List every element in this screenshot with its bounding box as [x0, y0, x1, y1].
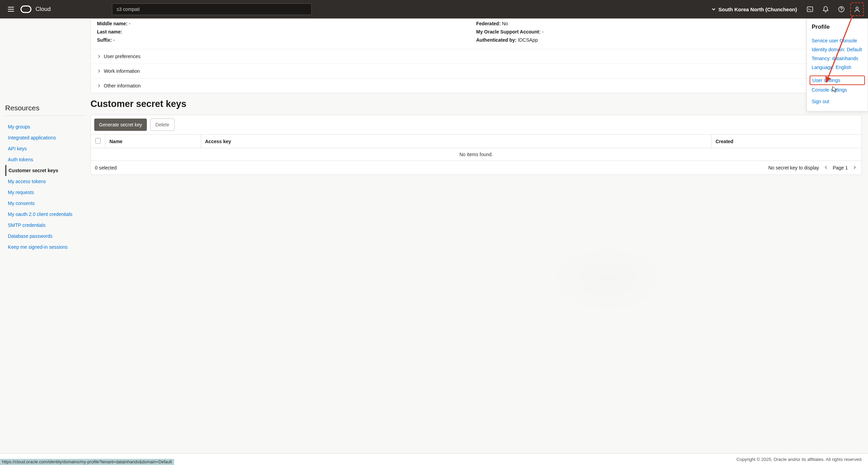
chevron-right-icon	[97, 84, 101, 88]
federated-value: No	[501, 21, 508, 26]
checkbox-icon	[95, 138, 101, 143]
sidebar-item-label: My groups	[8, 124, 30, 129]
top-header: Cloud South Korea North (Chuncheon)	[0, 0, 868, 18]
column-access-key[interactable]: Access key	[201, 135, 711, 148]
accordion-label: Work information	[104, 68, 140, 74]
resources-sidebar: Resources My groupsIntegrated applicatio…	[0, 18, 90, 453]
table-footer-right: No secret key to display Page 1	[768, 164, 857, 171]
chevron-left-icon	[824, 165, 828, 169]
region-text: South Korea North (Chuncheon)	[718, 6, 797, 12]
column-created[interactable]: Created	[711, 135, 862, 148]
profile-link-language[interactable]: Language: English	[812, 63, 863, 71]
select-all-header[interactable]	[91, 135, 105, 148]
svg-point-2	[856, 7, 858, 10]
sidebar-item-label: My access tokens	[8, 179, 46, 184]
accordion-label: Other information	[104, 83, 141, 88]
last-name-row: Last name:	[97, 28, 476, 36]
main-layout: Resources My groupsIntegrated applicatio…	[0, 18, 868, 453]
secret-keys-table: Name Access key Created No items found.	[91, 134, 862, 161]
support-label: My Oracle Support Account:	[476, 29, 541, 35]
help-button[interactable]	[835, 2, 848, 16]
chevron-right-icon	[97, 69, 101, 73]
no-items-text: No secret key to display	[768, 165, 819, 170]
sidebar-item-label: Integrated applications	[8, 135, 56, 140]
user-icon	[854, 6, 860, 13]
column-name[interactable]: Name	[105, 135, 201, 148]
chevron-right-icon	[97, 54, 101, 58]
accordion-other-information[interactable]: Other information	[91, 78, 862, 93]
profile-link-sign-out[interactable]: Sign out	[812, 97, 863, 106]
table-toolbar: Generate secret key Delete	[91, 115, 862, 134]
sidebar-item-database-passwords[interactable]: Database passwords	[5, 231, 85, 242]
sidebar-title: Resources	[5, 98, 85, 116]
user-menu-button[interactable]	[850, 2, 864, 16]
prev-page-button[interactable]	[823, 164, 829, 171]
profile-link-tenancy[interactable]: Tenancy: datainhands	[812, 54, 863, 63]
auth-label: Authenticated by:	[476, 37, 517, 43]
sidebar-item-auth-tokens[interactable]: Auth tokens	[5, 154, 85, 165]
suffix-row: Suffix: -	[97, 36, 476, 44]
notifications-button[interactable]	[819, 2, 832, 16]
page-indicator: Page 1	[833, 165, 848, 170]
sidebar-item-my-groups[interactable]: My groups	[5, 121, 85, 132]
selected-count: 0 selected	[95, 165, 117, 170]
bell-icon	[822, 6, 829, 13]
sidebar-item-my-consents[interactable]: My consents	[5, 198, 85, 209]
user-info-right-col: Federated: No My Oracle Support Account:…	[476, 19, 856, 44]
empty-message: No items found.	[91, 148, 862, 161]
secret-keys-card: Generate secret key Delete Name Access k…	[90, 115, 862, 175]
user-info-left-col: Middle name: - Last name: Suffix: -	[97, 19, 476, 44]
search-input[interactable]	[112, 3, 312, 15]
auth-value: IDCSApp	[517, 37, 538, 43]
support-value: -	[541, 29, 544, 35]
sidebar-item-customer-secret-keys[interactable]: Customer secret keys	[5, 165, 85, 176]
brand-logo[interactable]: Cloud	[20, 5, 51, 13]
generate-secret-key-button[interactable]: Generate secret key	[94, 119, 147, 131]
table-footer: 0 selected No secret key to display Page…	[91, 161, 862, 175]
region-selector[interactable]: South Korea North (Chuncheon)	[708, 4, 801, 15]
middle-name-value: -	[127, 21, 130, 26]
profile-link-identity-domain[interactable]: Identity domain: Default	[812, 45, 863, 54]
suffix-label: Suffix:	[97, 37, 112, 43]
suffix-value: -	[112, 37, 115, 43]
empty-row: No items found.	[91, 148, 862, 161]
help-icon	[838, 6, 845, 13]
header-right: South Korea North (Chuncheon)	[708, 2, 864, 16]
terminal-icon	[807, 6, 813, 13]
next-page-button[interactable]	[852, 164, 857, 171]
sidebar-item-label: My consents	[8, 201, 35, 206]
content-area: Middle name: - Last name: Suffix: - Fede…	[90, 18, 868, 453]
sidebar-item-api-keys[interactable]: API keys	[5, 143, 85, 154]
profile-link-service-user[interactable]: Service user Console	[812, 37, 863, 45]
search-container	[112, 3, 312, 15]
sidebar-item-smtp-credentials[interactable]: SMTP credentials	[5, 220, 85, 231]
federated-label: Federated:	[476, 21, 501, 26]
sidebar-list: My groupsIntegrated applicationsAPI keys…	[5, 121, 85, 252]
accordion-label: User preferences	[104, 54, 140, 59]
support-row: My Oracle Support Account: -	[476, 28, 856, 36]
dev-tools-button[interactable]	[803, 2, 817, 16]
sidebar-item-my-oauth-2-0-client-credentials[interactable]: My oauth 2.0 client credentials	[5, 209, 85, 220]
chevron-down-icon	[712, 7, 716, 11]
accordion-work-information[interactable]: Work information	[91, 64, 862, 78]
sidebar-item-integrated-applications[interactable]: Integrated applications	[5, 132, 85, 143]
chevron-right-icon	[853, 165, 857, 169]
section-title: Customer secret keys	[90, 99, 862, 109]
profile-link-user-settings[interactable]: User settings	[810, 76, 865, 85]
profile-link-console-settings[interactable]: Console settings	[812, 86, 863, 94]
auth-row: Authenticated by: IDCSApp	[476, 36, 856, 44]
sidebar-item-label: Auth tokens	[8, 157, 33, 162]
profile-title: Profile	[812, 24, 863, 30]
user-info-top: Middle name: - Last name: Suffix: - Fede…	[91, 19, 862, 49]
hamburger-menu[interactable]	[4, 2, 18, 16]
middle-name-row: Middle name: -	[97, 19, 476, 28]
middle-name-label: Middle name:	[97, 21, 127, 26]
sidebar-item-my-access-tokens[interactable]: My access tokens	[5, 176, 85, 187]
sidebar-item-keep-me-signed-in-sessions[interactable]: Keep me signed-in sessions	[5, 242, 85, 252]
sidebar-item-label: Customer secret keys	[9, 168, 58, 173]
delete-button[interactable]: Delete	[150, 119, 174, 131]
accordion-user-preferences[interactable]: User preferences	[91, 49, 862, 64]
oracle-o-icon	[20, 5, 31, 13]
sidebar-item-my-requests[interactable]: My requests	[5, 187, 85, 198]
sidebar-item-label: API keys	[8, 146, 27, 151]
